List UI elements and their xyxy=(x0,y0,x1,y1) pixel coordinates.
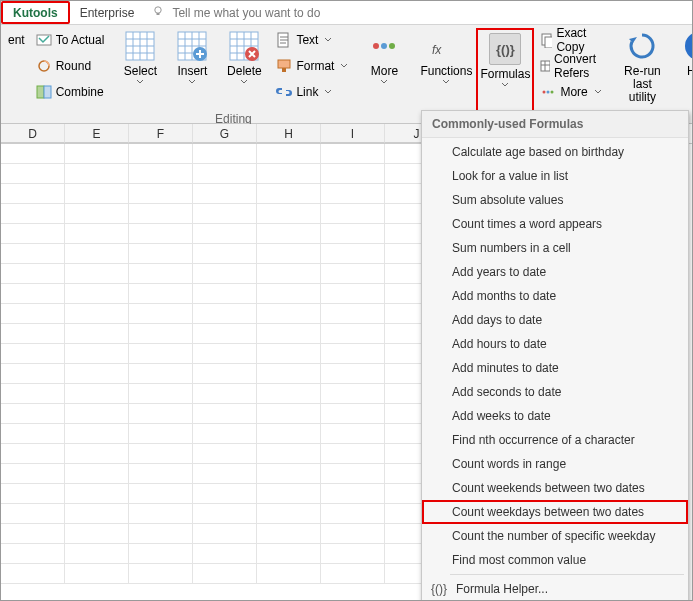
column-header-i[interactable]: I xyxy=(321,124,385,143)
cell[interactable] xyxy=(257,284,321,304)
cell[interactable] xyxy=(1,184,65,204)
cell[interactable] xyxy=(257,164,321,184)
cell[interactable] xyxy=(193,284,257,304)
cell[interactable] xyxy=(65,184,129,204)
cell[interactable] xyxy=(257,384,321,404)
column-header-e[interactable]: E xyxy=(65,124,129,143)
cell[interactable] xyxy=(193,464,257,484)
cell[interactable] xyxy=(321,324,385,344)
formula-item[interactable]: Calculate age based on birthday xyxy=(422,140,688,164)
cell[interactable] xyxy=(257,244,321,264)
formula-item[interactable]: Count words in range xyxy=(422,452,688,476)
tab-kutools[interactable]: Kutools xyxy=(1,1,70,24)
cell[interactable] xyxy=(321,304,385,324)
cell[interactable] xyxy=(257,224,321,244)
column-header-g[interactable]: G xyxy=(193,124,257,143)
cell[interactable] xyxy=(129,364,193,384)
cell[interactable] xyxy=(321,344,385,364)
cell[interactable] xyxy=(321,384,385,404)
cell[interactable] xyxy=(193,144,257,164)
formula-item[interactable]: Sum absolute values xyxy=(422,188,688,212)
round-button[interactable]: Round xyxy=(32,54,109,78)
cell[interactable] xyxy=(257,464,321,484)
cell[interactable] xyxy=(321,284,385,304)
cell[interactable] xyxy=(65,244,129,264)
formula-item[interactable]: Count weekends between two dates xyxy=(422,476,688,500)
cell[interactable] xyxy=(65,444,129,464)
formula-item[interactable]: Add days to date xyxy=(422,308,688,332)
cell[interactable] xyxy=(321,504,385,524)
cell[interactable] xyxy=(129,544,193,564)
cell[interactable] xyxy=(129,564,193,584)
cell[interactable] xyxy=(65,424,129,444)
cell[interactable] xyxy=(129,184,193,204)
cell[interactable] xyxy=(1,524,65,544)
formula-item[interactable]: Add years to date xyxy=(422,260,688,284)
cell[interactable] xyxy=(65,264,129,284)
link-button[interactable]: Link xyxy=(272,80,352,104)
format-button[interactable]: Format xyxy=(272,54,352,78)
column-header-f[interactable]: F xyxy=(129,124,193,143)
cell[interactable] xyxy=(321,544,385,564)
cell[interactable] xyxy=(1,144,65,164)
cell[interactable] xyxy=(257,344,321,364)
cell[interactable] xyxy=(1,224,65,244)
cell[interactable] xyxy=(65,504,129,524)
cell[interactable] xyxy=(257,324,321,344)
cell[interactable] xyxy=(193,304,257,324)
cell[interactable] xyxy=(65,304,129,324)
formula-item[interactable]: Add seconds to date xyxy=(422,380,688,404)
cell[interactable] xyxy=(257,424,321,444)
cell[interactable] xyxy=(65,404,129,424)
cell[interactable] xyxy=(193,544,257,564)
combine-button[interactable]: Combine xyxy=(32,80,109,104)
formula-item[interactable]: Sum numbers in a cell xyxy=(422,236,688,260)
cell[interactable] xyxy=(257,364,321,384)
help-button[interactable]: Help xyxy=(678,28,693,112)
cell[interactable] xyxy=(193,364,257,384)
tell-me-search[interactable]: Tell me what you want to do xyxy=(152,5,320,21)
cell[interactable] xyxy=(129,224,193,244)
cell[interactable] xyxy=(193,524,257,544)
cell[interactable] xyxy=(321,524,385,544)
delete-button[interactable]: Delete xyxy=(218,28,270,112)
cell[interactable] xyxy=(257,184,321,204)
cell[interactable] xyxy=(193,204,257,224)
insert-button[interactable]: Insert xyxy=(166,28,218,112)
formulas-button[interactable]: {()}Formulas xyxy=(479,31,531,115)
tab-enterprise[interactable]: Enterprise xyxy=(70,1,145,24)
cell[interactable] xyxy=(129,304,193,324)
cell[interactable] xyxy=(1,564,65,584)
cell[interactable] xyxy=(1,504,65,524)
cell[interactable] xyxy=(129,324,193,344)
cell[interactable] xyxy=(193,444,257,464)
cell[interactable] xyxy=(321,424,385,444)
cell[interactable] xyxy=(193,244,257,264)
cell[interactable] xyxy=(193,264,257,284)
cell[interactable] xyxy=(129,344,193,364)
cell[interactable] xyxy=(129,444,193,464)
cell[interactable] xyxy=(193,384,257,404)
column-header-h[interactable]: H xyxy=(257,124,321,143)
cell[interactable] xyxy=(321,164,385,184)
functions-button[interactable]: Functions xyxy=(416,28,476,112)
formula-item[interactable]: Add weeks to date xyxy=(422,404,688,428)
cell[interactable] xyxy=(65,484,129,504)
formula-item[interactable]: Find nth occurrence of a character xyxy=(422,428,688,452)
more2-button[interactable]: More xyxy=(536,80,606,104)
cell[interactable] xyxy=(65,144,129,164)
formula-item[interactable]: Add minutes to date xyxy=(422,356,688,380)
cell[interactable] xyxy=(65,164,129,184)
column-header-d[interactable]: D xyxy=(1,124,65,143)
cell[interactable] xyxy=(1,544,65,564)
cell[interactable] xyxy=(257,484,321,504)
cell[interactable] xyxy=(321,224,385,244)
formula-item[interactable]: Count weekdays between two dates xyxy=(422,500,688,524)
cell[interactable] xyxy=(129,164,193,184)
cell[interactable] xyxy=(321,144,385,164)
cell[interactable] xyxy=(1,384,65,404)
cell[interactable] xyxy=(65,384,129,404)
cell[interactable] xyxy=(193,404,257,424)
cell[interactable] xyxy=(193,504,257,524)
cell[interactable] xyxy=(1,424,65,444)
